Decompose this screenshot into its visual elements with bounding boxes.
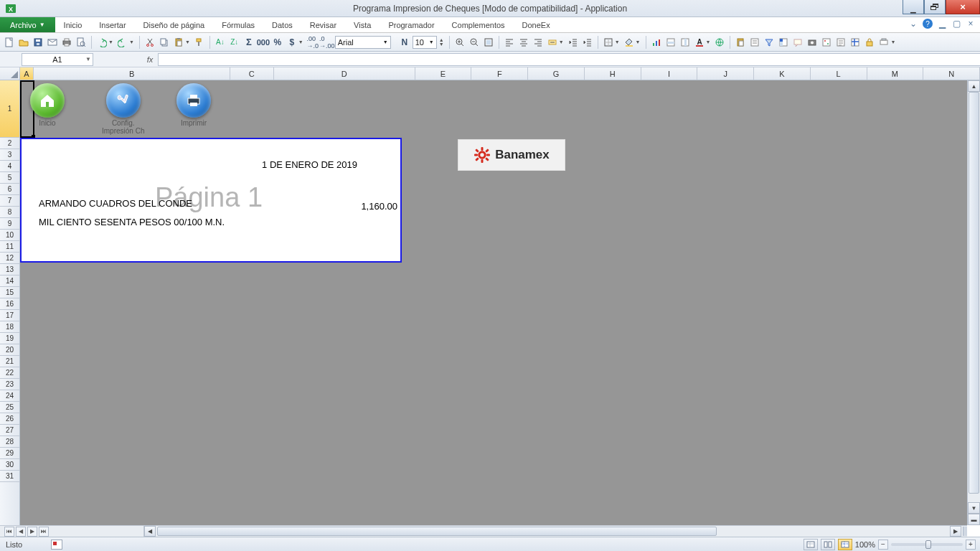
fill-color-dropdown[interactable]: ▼ xyxy=(636,39,641,44)
group-dropdown[interactable]: ▼ xyxy=(890,39,895,44)
scroll-down-icon[interactable]: ▼ xyxy=(968,502,980,514)
insert-col-icon[interactable] xyxy=(679,36,692,49)
col-header-I[interactable]: I xyxy=(641,67,698,80)
sheet-first-icon[interactable]: ⏮ xyxy=(4,527,14,537)
print-icon[interactable] xyxy=(60,36,73,49)
row-header-28[interactable]: 28 xyxy=(0,436,19,448)
macro-config[interactable]: Config. Impresión Ch xyxy=(102,83,144,135)
merge-icon[interactable] xyxy=(546,36,559,49)
mail-icon[interactable] xyxy=(46,36,59,49)
fontsize-select[interactable]: 10▼ xyxy=(413,36,437,49)
col-header-E[interactable]: E xyxy=(415,67,472,80)
view-layout-button[interactable] xyxy=(821,539,835,550)
tab-inicio[interactable]: Inicio xyxy=(55,17,91,32)
comment-icon[interactable] xyxy=(791,36,804,49)
redo-icon[interactable] xyxy=(116,36,129,49)
close-button[interactable]: × xyxy=(946,0,980,14)
row-header-17[interactable]: 17 xyxy=(0,310,19,321)
hscroll-thumb[interactable] xyxy=(157,527,717,536)
font-select[interactable]: Arial▼ xyxy=(335,36,391,49)
tab-doneex[interactable]: DoneEx xyxy=(514,17,559,32)
restore-button[interactable] xyxy=(924,0,946,14)
row-header-13[interactable]: 13 xyxy=(0,264,19,276)
row-header-16[interactable]: 16 xyxy=(0,298,19,310)
row-header-4[interactable]: 4 xyxy=(0,161,19,172)
zoom-out-icon[interactable] xyxy=(468,36,481,49)
row-header-11[interactable]: 11 xyxy=(0,241,19,253)
macro-inicio[interactable]: Inicio xyxy=(30,83,65,127)
freeze-icon[interactable] xyxy=(849,36,862,49)
vsplit-handle[interactable]: ▬ xyxy=(968,514,980,525)
preview-icon[interactable] xyxy=(75,36,88,49)
formula-input[interactable] xyxy=(158,53,980,66)
vscroll-thumb[interactable] xyxy=(969,92,979,494)
align-left-icon[interactable] xyxy=(503,36,516,49)
sort-desc-icon[interactable]: Z↓ xyxy=(228,36,241,49)
zoom-knob[interactable] xyxy=(925,540,931,549)
hscroll-track[interactable]: ◀ ▶ xyxy=(143,526,967,537)
decrease-decimal-icon[interactable]: .00→.0 xyxy=(306,36,319,49)
borders-icon[interactable] xyxy=(602,36,615,49)
tab-vista[interactable]: Vista xyxy=(345,17,380,32)
indent-right-icon[interactable] xyxy=(581,36,594,49)
borders-dropdown[interactable]: ▼ xyxy=(615,39,620,44)
hyperlink-icon[interactable] xyxy=(713,36,726,49)
hsplit-handle[interactable] xyxy=(963,527,967,536)
col-header-L[interactable]: L xyxy=(811,67,867,80)
file-tab[interactable]: Archivo▼ xyxy=(0,17,55,32)
row-header-23[interactable]: 23 xyxy=(0,379,19,390)
sheet-next-icon[interactable]: ▶ xyxy=(27,527,37,537)
scroll-right-icon[interactable]: ▶ xyxy=(950,526,961,537)
tab-complementos[interactable]: Complementos xyxy=(443,17,514,32)
cut-icon[interactable] xyxy=(143,36,156,49)
row-header-9[interactable]: 9 xyxy=(0,218,19,230)
fill-color-icon[interactable] xyxy=(623,36,636,49)
font-color-dropdown[interactable]: ▼ xyxy=(706,39,711,44)
comma-icon[interactable]: 000 xyxy=(257,36,270,49)
row-header-15[interactable]: 15 xyxy=(0,287,19,298)
font-color-icon[interactable]: A xyxy=(693,36,706,49)
scroll-up-icon[interactable]: ▲ xyxy=(968,80,980,92)
sort-asc-icon[interactable]: A↓ xyxy=(214,36,227,49)
tab-formulas[interactable]: Fórmulas xyxy=(213,17,263,32)
autofilter-icon[interactable] xyxy=(763,36,776,49)
vertical-scrollbar[interactable]: ▲ ▼ ▬ xyxy=(967,80,980,525)
row-header-31[interactable]: 31 xyxy=(0,471,19,482)
zoom-in-button[interactable]: + xyxy=(966,540,976,550)
row-header-1[interactable]: 1 xyxy=(0,80,19,138)
col-header-M[interactable]: M xyxy=(867,67,924,80)
namebox-dropdown-icon[interactable]: ▼ xyxy=(85,56,91,62)
row-header-30[interactable]: 30 xyxy=(0,459,19,471)
undo-dropdown[interactable]: ▼ xyxy=(108,39,113,44)
sheet-prev-icon[interactable]: ◀ xyxy=(16,527,26,537)
zoom-percent[interactable]: 100% xyxy=(855,540,875,549)
minimize-button[interactable]: ▁ xyxy=(903,0,924,14)
macros-icon[interactable] xyxy=(834,36,847,49)
tab-programador[interactable]: Programador xyxy=(380,17,443,32)
col-header-J[interactable]: J xyxy=(697,67,754,80)
row-header-29[interactable]: 29 xyxy=(0,448,19,459)
row-header-18[interactable]: 18 xyxy=(0,321,19,333)
col-header-A[interactable]: A xyxy=(20,67,34,80)
col-header-N[interactable]: N xyxy=(923,67,980,80)
row-header-12[interactable]: 12 xyxy=(0,253,19,264)
cells-area[interactable]: Inicio Config. Impresión Ch Imprimir Pág… xyxy=(20,80,980,525)
name-box[interactable]: A1▼ xyxy=(22,53,93,66)
align-center-icon[interactable] xyxy=(517,36,530,49)
tab-revisar[interactable]: Revisar xyxy=(301,17,345,32)
zoom-in-icon[interactable] xyxy=(453,36,466,49)
sheet-last-icon[interactable]: ⏭ xyxy=(39,527,49,537)
tab-datos[interactable]: Datos xyxy=(263,17,301,32)
form-icon[interactable] xyxy=(748,36,761,49)
increase-decimal-icon[interactable]: .0→.00 xyxy=(321,36,334,49)
insert-row-icon[interactable] xyxy=(664,36,677,49)
save-icon[interactable] xyxy=(32,36,44,49)
tab-diseno[interactable]: Diseño de página xyxy=(135,17,214,32)
col-header-D[interactable]: D xyxy=(274,67,415,80)
lock-icon[interactable] xyxy=(863,36,876,49)
merge-dropdown[interactable]: ▼ xyxy=(559,39,564,44)
window-min-icon[interactable]: ▁ xyxy=(937,19,947,29)
row-header-20[interactable]: 20 xyxy=(0,344,19,356)
window-restore-icon[interactable]: ▢ xyxy=(951,19,961,29)
align-right-icon[interactable] xyxy=(532,36,545,49)
